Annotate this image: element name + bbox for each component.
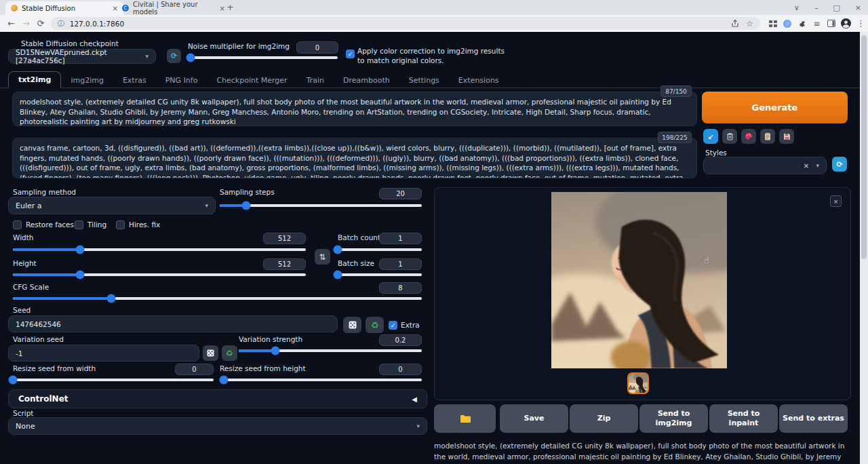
random-variation-seed-dice-button[interactable] [203,345,218,361]
url-text: 127.0.0.1:7860 [70,20,124,28]
batch-count-value[interactable]: 1 [379,233,422,244]
save-button[interactable]: Save [500,404,568,433]
script-dropdown[interactable]: None ▾ [8,417,427,435]
back-icon[interactable]: ← [4,18,19,28]
send-to-img2img-button[interactable]: Send to img2img [639,404,708,433]
apply-style-clipboard-button[interactable] [760,129,775,144]
sampling-method-dropdown[interactable]: Euler a ▾ [8,197,216,214]
side-panel-icon[interactable] [824,20,839,27]
seed-input[interactable]: 1476462546 [8,315,338,332]
reuse-seed-recycle-button[interactable]: ♻ [366,317,384,333]
send-to-inpaint-button[interactable]: Send to inpaint [709,404,778,433]
variation-seed-value: -1 [16,349,22,357]
share-icon[interactable] [731,20,739,28]
chevron-down-icon: ▾ [816,162,819,169]
window-close-icon[interactable]: × [855,3,861,12]
tab-png-info[interactable]: PNG Info [156,73,208,88]
generated-image[interactable] [551,192,727,368]
window-maximize-icon[interactable]: □ [833,3,840,12]
extra-seed-checkbox[interactable]: ✓ [389,321,397,330]
clear-styles-icon[interactable]: × [801,161,811,170]
checkpoint-dropdown[interactable]: SD15NewVAEpruned.ckpt [27a4ac756c] ▾ [8,49,156,64]
variation-strength-value[interactable]: 0.2 [379,334,422,346]
stable-diffusion-favicon [11,5,18,12]
checkpoint-label: Stable Diffusion checkpoint [21,39,119,47]
page-scrollbar-thumb[interactable] [861,35,867,259]
browser-tab-civitai[interactable]: C Civitai | Share your models × [117,1,231,15]
meet-grid-icon[interactable] [766,20,781,27]
height-slider[interactable] [13,270,306,279]
height-value[interactable]: 512 [263,258,306,270]
gallery-thumbnail[interactable] [627,372,649,394]
controlnet-accordion[interactable]: ControlNet ◀ [8,389,427,408]
noise-multiplier-label: Noise multiplier for img2img [188,42,290,50]
tab-settings[interactable]: Settings [399,73,449,88]
negative-prompt-textarea[interactable]: canvas frame, cartoon, 3d, ((disfigured)… [12,138,697,178]
window-controls: ∨ – □ × [794,0,861,15]
extension-blue-dot-icon[interactable] [780,20,795,28]
tab-txt2img[interactable]: txt2img [8,71,61,88]
resize-seed-height-value[interactable]: 0 [379,364,422,375]
script-label: Script [13,409,33,417]
tab-train[interactable]: Train [297,73,334,88]
send-to-extras-button[interactable]: Send to extras [779,404,848,433]
close-gallery-icon[interactable]: × [830,195,842,207]
profile-avatar[interactable] [839,18,854,28]
generate-button[interactable]: Generate [702,92,848,123]
tab-dreambooth[interactable]: Dreambooth [334,73,399,88]
zip-button[interactable]: Zip [570,404,638,433]
sampling-steps-value[interactable]: 20 [379,188,422,199]
styles-dropdown[interactable]: × ▾ [703,157,827,174]
width-value[interactable]: 512 [263,233,306,244]
reload-icon[interactable]: ⟳ [33,18,48,28]
clear-prompt-trash-button[interactable] [722,129,737,144]
styles-palette-button[interactable] [741,129,756,144]
noise-multiplier-slider[interactable] [191,53,338,62]
resize-seed-width-slider[interactable] [13,375,214,385]
batch-size-value[interactable]: 1 [379,258,422,270]
tab-checkpoint-merger[interactable]: Checkpoint Merger [207,73,296,88]
swap-dimensions-button[interactable]: ⇅ [315,249,330,265]
save-style-floppy-button[interactable] [779,129,794,144]
variation-strength-slider[interactable] [239,346,422,355]
browser-menu-chevron-icon[interactable]: ∨ [794,3,800,12]
batch-size-slider[interactable] [338,270,422,279]
reuse-variation-seed-recycle-button[interactable]: ♻ [222,345,237,361]
window-minimize-icon[interactable]: – [814,3,818,12]
refresh-checkpoint-button[interactable]: ⟳ [167,49,181,63]
color-correction-checkbox[interactable]: ✓ [346,50,355,58]
noise-multiplier-value[interactable]: 0 [296,41,338,54]
batch-count-slider[interactable] [338,245,422,254]
prompt-textarea[interactable]: modelshoot style, (extremely detailed CG… [12,92,697,126]
resize-seed-height-slider[interactable] [220,375,422,385]
site-info-icon[interactable]: ⓘ [58,19,64,28]
tab-img2img[interactable]: img2img [61,73,113,88]
refresh-styles-button[interactable]: ⟳ [832,157,847,172]
open-folder-button[interactable] [434,404,496,433]
browser-menu-icon[interactable]: ⋮ [853,18,868,28]
variation-seed-input[interactable]: -1 [8,345,199,362]
new-tab-button[interactable]: + [226,2,234,12]
tab-close-icon[interactable]: × [220,5,225,12]
tiling-checkbox[interactable]: ✓ [75,220,83,229]
cfg-scale-value[interactable]: 8 [379,282,422,294]
tab-extensions[interactable]: Extensions [449,73,509,88]
app-tabs: txt2img img2img Extras PNG Info Checkpoi… [8,71,509,88]
checkpoint-value: SD15NewVAEpruned.ckpt [27a4ac756c] [16,48,145,64]
sampling-steps-slider[interactable] [220,201,422,210]
resize-seed-width-value[interactable]: 0 [175,364,214,375]
restore-faces-checkbox[interactable]: ✓ [13,220,22,229]
sampling-method-label: Sampling method [13,188,76,196]
browser-tab-stable-diffusion[interactable]: Stable Diffusion × [5,1,123,15]
bookmark-star-icon[interactable]: ☆ [746,19,753,28]
tab-extras[interactable]: Extras [113,73,156,88]
extensions-puzzle-icon[interactable] [795,20,810,28]
hires-fix-checkbox[interactable]: ✓ [116,220,125,229]
reading-list-icon[interactable]: ≡ [810,19,825,28]
paste-parameters-button[interactable]: ↙ [703,129,718,144]
address-bar[interactable]: ⓘ 127.0.0.1:7860 ☆ [51,17,760,30]
random-seed-dice-button[interactable] [343,317,361,333]
cfg-scale-slider[interactable] [13,294,422,303]
width-slider[interactable] [13,245,306,254]
forward-icon[interactable]: → [19,18,34,28]
